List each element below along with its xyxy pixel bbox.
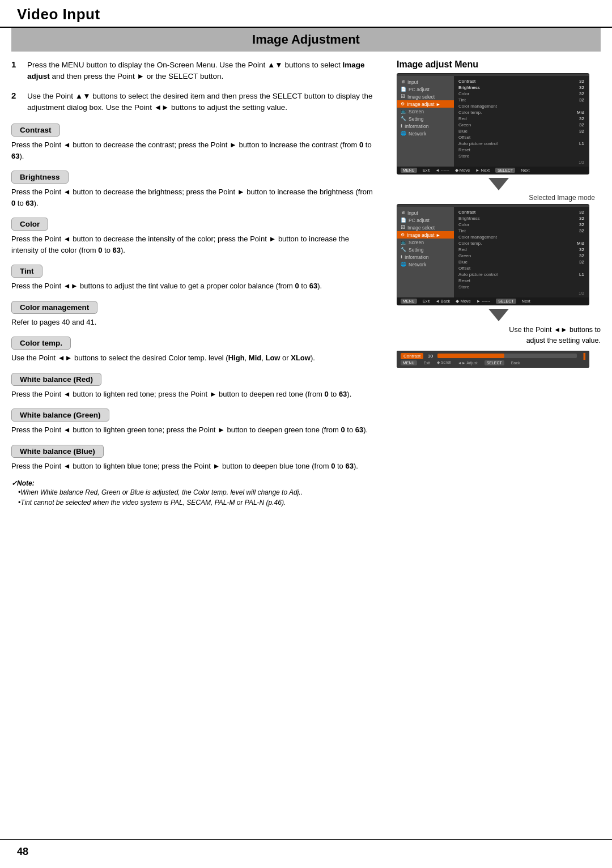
menu-right-blue-2: Blue32 bbox=[458, 259, 584, 265]
menu-select-label-1: Next bbox=[521, 168, 529, 173]
menu-right-tint-1: Tint32 bbox=[458, 97, 584, 103]
menu-right-color-2: Color32 bbox=[458, 222, 584, 228]
contrast-bar-outer bbox=[437, 354, 577, 358]
menu-item-network-2: 🌐 Network bbox=[397, 261, 454, 268]
menu-right-tint-2: Tint32 bbox=[458, 228, 584, 234]
menu-move-label-2: ◆ Move bbox=[456, 299, 470, 304]
image-adjust-menu-title: Image adjust Menu bbox=[397, 59, 601, 70]
contrast-bar-arrow: ▐ bbox=[581, 353, 585, 359]
step-1: 1 Press the MENU button to display the O… bbox=[11, 59, 374, 83]
arrow-down-2 bbox=[397, 309, 601, 321]
contrast-back-label: Back bbox=[511, 361, 520, 365]
menu-right-store-2: Store bbox=[458, 284, 584, 290]
contrast-back-btn: SELECT bbox=[484, 360, 504, 365]
menu-right-colortemp-2: Color temp.Mid bbox=[458, 240, 584, 246]
menu-item-input-1: 🖥 Input bbox=[397, 78, 454, 86]
menu-right-green-1: Green32 bbox=[458, 122, 584, 128]
menu-bar-2: MENU Exit ◄ Back ◆ Move ► ------ SELECT … bbox=[397, 297, 589, 305]
color-management-section: Color management Refer to pages 40 and 4… bbox=[11, 296, 374, 328]
right-column: Image adjust Menu 🖥 Input 📄 PC adjust 🖼 … bbox=[391, 52, 601, 508]
color-body: Press the Point ◄ button to decrease the… bbox=[11, 233, 374, 256]
menu-right-autopicture-2: Auto picture controlL1 bbox=[458, 271, 584, 278]
selected-mode-label: Selected Image mode bbox=[397, 194, 601, 202]
contrast-body: Press the Point ◄ button to decrease the… bbox=[11, 139, 374, 161]
menu-right-brightness-1: Brightness32 bbox=[458, 84, 584, 91]
menu-right-red-1: Red32 bbox=[458, 116, 584, 122]
tint-label: Tint bbox=[11, 265, 42, 278]
step-2-number: 2 bbox=[11, 91, 22, 114]
menu-screen-1: 🖥 Input 📄 PC adjust 🖼 Image select ⚙ Ima… bbox=[397, 73, 589, 175]
menu-right-reset-2: Reset bbox=[458, 278, 584, 284]
menu-right-panel-1: Contrast32 Brightness32 Color32 Tint32 C… bbox=[454, 76, 589, 167]
white-balance-green-body: Press the Point ◄ button to lighten gree… bbox=[11, 424, 374, 436]
menu-right-colormgmt-1: Color management bbox=[458, 103, 584, 109]
menu-left-panel-1: 🖥 Input 📄 PC adjust 🖼 Image select ⚙ Ima… bbox=[397, 76, 454, 167]
menu-right-green-2: Green32 bbox=[458, 253, 584, 259]
arrow-down-icon-1 bbox=[488, 178, 509, 190]
menu-item-screen-2: 📺 Screen bbox=[397, 239, 454, 246]
menu-item-imageadjust-1: ⚙ Image adjust ► bbox=[397, 100, 454, 108]
contrast-adjust-label: ◄► Adjust bbox=[458, 361, 478, 365]
menu-left-panel-2: 🖥 Input 📄 PC adjust 🖼 Image select ⚙ Ima… bbox=[397, 207, 454, 297]
white-balance-red-label: White balance (Red) bbox=[11, 373, 101, 386]
page-title: Video Input bbox=[17, 6, 100, 23]
step-2: 2 Use the Point ▲▼ buttons to select the… bbox=[11, 91, 374, 114]
menu-right-contrast-2: Contrast32 bbox=[458, 209, 584, 215]
menu-item-setting-1: 🔧 Setting bbox=[397, 115, 454, 122]
white-balance-blue-section: White balance (Blue) Press the Point ◄ b… bbox=[11, 440, 374, 472]
tint-body: Press the Point ◄► buttons to adjust the… bbox=[11, 280, 374, 292]
white-balance-green-section: White balance (Green) Press the Point ◄ … bbox=[11, 404, 374, 436]
white-balance-blue-label: White balance (Blue) bbox=[11, 445, 104, 458]
white-balance-red-body: Press the Point ◄ button to lighten red … bbox=[11, 389, 374, 400]
bottom-hr bbox=[0, 839, 612, 840]
menu-item-imageadjust-2: ⚙ Image adjust ► bbox=[397, 231, 454, 239]
white-balance-green-label: White balance (Green) bbox=[11, 409, 109, 422]
brightness-section: Brightness Press the Point ◄ button to d… bbox=[11, 166, 374, 209]
note-item-2: •Tint cannot be selected when the video … bbox=[18, 497, 374, 508]
menu-exit-label-2: Exit bbox=[423, 299, 430, 304]
contrast-exit-label: Exit bbox=[424, 361, 431, 365]
menu-item-info-1: ℹ Information bbox=[397, 122, 454, 130]
main-content: 1 Press the MENU button to display the O… bbox=[0, 52, 612, 508]
menu-right-reset-1: Reset bbox=[458, 147, 584, 153]
note-section: ✓Note: •When White balance Red, Green or… bbox=[11, 479, 374, 508]
tint-section: Tint Press the Point ◄► buttons to adjus… bbox=[11, 260, 374, 292]
menu-right-contrast-1: Contrast32 bbox=[458, 78, 584, 84]
contrast-label: Contrast bbox=[11, 124, 60, 137]
step-1-text: Press the MENU button to display the On-… bbox=[27, 59, 374, 83]
menu-right-autopicture-1: Auto picture controlL1 bbox=[458, 141, 584, 147]
menu-right-color-1: Color32 bbox=[458, 91, 584, 97]
menu-exit-label-1: Exit bbox=[423, 168, 430, 173]
contrast-scroll-label: ◆ Scroll bbox=[437, 360, 450, 365]
menu-item-pcadjust-2: 📄 PC adjust bbox=[397, 216, 454, 224]
menu-right-colormgmt-2: Color management bbox=[458, 234, 584, 240]
step-1-number: 1 bbox=[11, 59, 22, 83]
menu-select-btn-1: SELECT bbox=[495, 168, 515, 173]
color-label: Color bbox=[11, 218, 48, 231]
menu-select-label-2: Next bbox=[522, 299, 530, 304]
section-title: Image Adjustment bbox=[11, 28, 601, 52]
menu-exit-btn-2: MENU bbox=[401, 299, 417, 304]
menu-item-network-1: 🌐 Network bbox=[397, 130, 454, 137]
color-section: Color Press the Point ◄ button to decrea… bbox=[11, 213, 374, 256]
color-temp-body: Use the Point ◄► buttons to select the d… bbox=[11, 352, 374, 364]
menu-right-colortemp-1: Color temp.Mid bbox=[458, 109, 584, 116]
menu-item-pcadjust-1: 📄 PC adjust bbox=[397, 86, 454, 93]
menu-next-label-1: ◆ Move bbox=[455, 168, 470, 173]
menu-right-blue-1: Blue32 bbox=[458, 128, 584, 134]
menu-bar-1: MENU Exit ◄ ------ ◆ Move ► Next SELECT … bbox=[397, 167, 589, 174]
menu-next-label-2: ► Next bbox=[475, 168, 490, 173]
contrast-exit-btn: MENU bbox=[401, 360, 417, 365]
adjust-description: Use the Point ◄► buttons toadjust the se… bbox=[397, 325, 601, 346]
menu-right-red-2: Red32 bbox=[458, 246, 584, 253]
contrast-bar-label: Contrast bbox=[401, 353, 423, 359]
white-balance-red-section: White balance (Red) Press the Point ◄ bu… bbox=[11, 368, 374, 400]
contrast-bar-bottom: MENU Exit ◆ Scroll ◄► Adjust SELECT Back bbox=[401, 360, 585, 365]
step-2-text: Use the Point ▲▼ buttons to select the d… bbox=[27, 91, 374, 114]
brightness-body: Press the Point ◄ button to decrease the… bbox=[11, 186, 374, 209]
menu-right-store-1: Store bbox=[458, 153, 584, 159]
note-title: ✓Note: bbox=[11, 479, 35, 487]
menu-screen-2: 🖥 Input 📄 PC adjust 🖼 Image select ⚙ Ima… bbox=[397, 204, 589, 305]
menu-item-setting-2: 🔧 Setting bbox=[397, 246, 454, 253]
contrast-section: Contrast Press the Point ◄ button to dec… bbox=[11, 119, 374, 161]
